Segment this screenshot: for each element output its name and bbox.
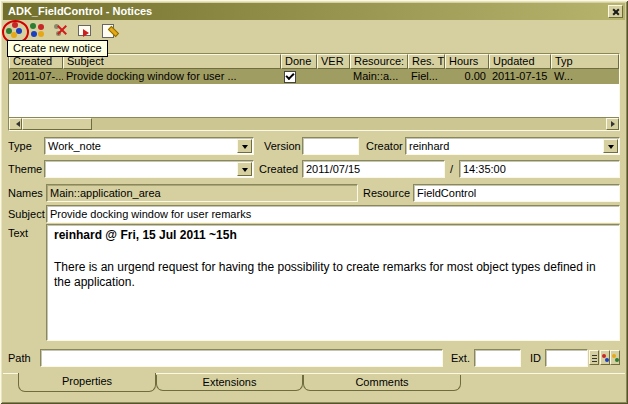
- done-checkbox[interactable]: [284, 71, 296, 83]
- resource-label: Resource: [363, 187, 410, 199]
- text-area[interactable]: reinhard @ Fri, 15 Jul 2011 ~15h There i…: [46, 224, 620, 341]
- table-row[interactable]: 2011-07-... Provide docking window for u…: [9, 69, 619, 84]
- title-bar[interactable]: ADK_FieldControl - Notices: [3, 3, 625, 20]
- scroll-right-button[interactable]: [606, 118, 619, 130]
- path-field[interactable]: [40, 349, 443, 367]
- type-select[interactable]: Work_note: [44, 137, 254, 155]
- subject-field[interactable]: Provide docking window for user remarks: [46, 205, 620, 223]
- version-label: Version: [264, 140, 301, 152]
- created-date-field[interactable]: 2011/07/15: [302, 160, 445, 178]
- cell-done: [281, 69, 317, 84]
- creator-label: Creator: [366, 140, 403, 152]
- delete-notice-icon[interactable]: [53, 22, 70, 38]
- cell-hours: 0.00: [445, 69, 489, 84]
- text-body: There is an urgend request for having th…: [54, 260, 599, 290]
- window-title: ADK_FieldControl - Notices: [8, 5, 152, 17]
- created-time-field[interactable]: 14:35:00: [459, 160, 620, 178]
- id-label: ID: [530, 352, 541, 364]
- theme-label: Theme: [8, 163, 42, 175]
- hscrollbar[interactable]: [9, 117, 619, 130]
- version-field[interactable]: [302, 137, 359, 155]
- path-link-button[interactable]: [600, 350, 610, 365]
- column-header-res-type[interactable]: Res. T: [408, 54, 445, 69]
- notices-window: { "window": { "title": "ADK_FieldControl…: [0, 0, 628, 404]
- path-label: Path: [8, 352, 31, 364]
- column-header-ver[interactable]: VER: [317, 54, 350, 69]
- notices-grid: Created Subject Done VER Resource: Res. …: [8, 53, 620, 131]
- chevron-down-icon: [242, 168, 248, 175]
- type-value: Work_note: [48, 140, 101, 152]
- scroll-thumb[interactable]: [22, 118, 92, 130]
- column-header-updated[interactable]: Updated: [489, 54, 551, 69]
- column-header-done[interactable]: Done: [281, 54, 317, 69]
- close-button[interactable]: [608, 5, 623, 18]
- cell-updated: 2011-07-15: [489, 69, 551, 84]
- done-check-mark: [285, 71, 294, 80]
- date-time-separator: /: [450, 163, 453, 175]
- names-field[interactable]: Main::application_area: [46, 184, 358, 202]
- ext-label: Ext.: [451, 352, 470, 364]
- theme-dropdown-button[interactable]: [237, 162, 252, 176]
- tab-extensions[interactable]: Extensions: [156, 375, 303, 391]
- list-icon: [592, 355, 597, 356]
- path-open-button[interactable]: [610, 350, 620, 365]
- column-header-resource[interactable]: Resource:: [350, 54, 408, 69]
- type-dropdown-button[interactable]: [237, 139, 252, 153]
- copy-notice-icon[interactable]: [29, 22, 46, 38]
- arrow-right-icon: [611, 121, 618, 127]
- names-label: Names: [8, 187, 43, 199]
- created-label: Created: [259, 163, 298, 175]
- text-heading: reinhard @ Fri, 15 Jul 2011 ~15h: [54, 228, 612, 243]
- column-header-hours[interactable]: Hours: [445, 54, 489, 69]
- creator-value: reinhard: [409, 140, 449, 152]
- scroll-left-button[interactable]: [9, 118, 22, 130]
- resource-field[interactable]: FieldControl: [413, 184, 620, 202]
- tab-comments[interactable]: Comments: [303, 375, 461, 391]
- cell-type: W...: [551, 69, 619, 84]
- path-browse-button[interactable]: [589, 350, 599, 365]
- subject-label: Subject: [8, 208, 45, 220]
- tooltip: Create new notice: [7, 40, 108, 57]
- chevron-down-icon: [242, 145, 248, 152]
- type-label: Type: [8, 140, 32, 152]
- grid-empty-area: [9, 84, 619, 117]
- cell-subject: Provide docking window for user ...: [63, 69, 281, 84]
- theme-select[interactable]: [44, 160, 254, 178]
- ext-field[interactable]: [474, 349, 521, 367]
- creator-select[interactable]: reinhard: [405, 137, 620, 155]
- cell-ver: [317, 69, 350, 84]
- cell-res-type: Fiel...: [408, 69, 445, 84]
- cell-resource: Main::a...: [350, 69, 408, 84]
- arrow-left-icon: [13, 121, 20, 127]
- creator-dropdown-button[interactable]: [603, 139, 618, 153]
- chevron-down-icon: [608, 145, 614, 152]
- text-label: Text: [8, 227, 28, 239]
- tab-properties[interactable]: Properties: [18, 373, 156, 392]
- edit-notice-icon[interactable]: [100, 22, 117, 38]
- id-field[interactable]: [545, 349, 588, 367]
- send-notice-icon[interactable]: [76, 22, 93, 38]
- column-header-type[interactable]: Typ: [551, 54, 619, 69]
- cell-created: 2011-07-...: [9, 69, 63, 84]
